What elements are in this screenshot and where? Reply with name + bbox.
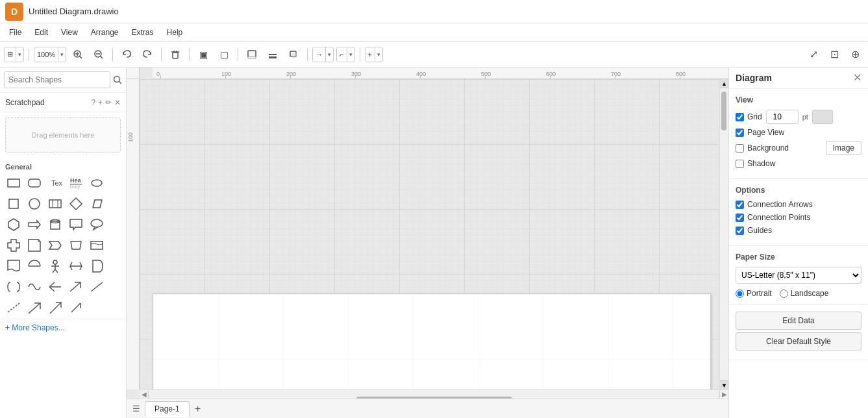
shape-cylinder[interactable]	[45, 215, 65, 234]
line-color-button[interactable]	[264, 45, 282, 64]
zoom-in-button[interactable]	[69, 45, 87, 64]
canvas[interactable]	[140, 79, 719, 389]
page-tab-1[interactable]: Page-1	[145, 401, 190, 417]
scratchpad-edit-icon[interactable]: ✏	[105, 98, 112, 107]
clear-default-style-button[interactable]: Clear Default Style	[736, 332, 862, 350]
shape-person[interactable]	[45, 256, 65, 276]
scratchpad-close-icon[interactable]: ✕	[114, 98, 121, 107]
vertical-scrollbar[interactable]: ▲ ▼	[719, 79, 728, 389]
shape-arrow-both[interactable]	[66, 256, 86, 276]
add-page-button[interactable]: +	[191, 402, 205, 416]
fit-page-button[interactable]: ⊡	[825, 45, 843, 64]
shape-trapezoid[interactable]	[66, 236, 86, 255]
svg-line-54	[91, 282, 103, 291]
tab-menu-button[interactable]: ☰	[129, 402, 143, 416]
menu-edit[interactable]: Edit	[28, 26, 55, 39]
shadow-checkbox[interactable]	[736, 160, 744, 168]
shape-note[interactable]	[25, 236, 44, 255]
menu-file[interactable]: File	[3, 26, 28, 39]
scroll-up-button[interactable]: ▲	[720, 79, 728, 88]
shape-wavy[interactable]	[87, 236, 106, 255]
zoom-out-button[interactable]	[90, 45, 108, 64]
shadow-button[interactable]	[284, 45, 303, 64]
shape-arrow-right[interactable]	[25, 215, 44, 234]
delete-button[interactable]	[166, 45, 184, 64]
landscape-radio[interactable]	[780, 289, 788, 298]
to-back-button[interactable]: ▢	[215, 45, 233, 64]
menu-extras[interactable]: Extras	[125, 26, 160, 39]
portrait-radio[interactable]	[736, 289, 744, 298]
page-canvas[interactable]	[153, 293, 711, 389]
connection-points-checkbox[interactable]	[736, 214, 744, 222]
grid-size-input[interactable]	[766, 110, 799, 124]
page-view-checkbox[interactable]	[736, 129, 744, 137]
panel-close-button[interactable]: ✕	[853, 73, 862, 83]
shape-line[interactable]	[87, 277, 106, 297]
scroll-left-button[interactable]: ◀	[140, 391, 149, 398]
zoom-control[interactable]: 100% ▾	[34, 47, 66, 62]
waypoint-style[interactable]: ⌐ ▾	[336, 47, 354, 62]
menu-view[interactable]: View	[55, 26, 84, 39]
shape-square[interactable]	[4, 194, 23, 214]
paper-size-select[interactable]: US-Letter (8,5" x 11") A4 (210 × 297 mm)…	[736, 267, 862, 284]
shape-dashed-line[interactable]	[4, 298, 23, 317]
shape-rectangle[interactable]	[4, 173, 23, 193]
svg-line-48	[55, 269, 58, 273]
zoom-arrow: ▾	[58, 47, 66, 62]
background-image-button[interactable]: Image	[826, 141, 862, 155]
connection-style[interactable]: → ▾	[312, 47, 334, 62]
grid-checkbox[interactable]	[736, 113, 744, 121]
view-selector[interactable]: ⊞ ▾	[4, 47, 24, 62]
shape-squiggly[interactable]	[25, 277, 44, 297]
search-input[interactable]	[4, 71, 110, 88]
shape-arrow-simple[interactable]	[66, 298, 86, 317]
shape-callout[interactable]	[66, 215, 86, 234]
to-front-button[interactable]: ▣	[194, 45, 212, 64]
shape-parallelogram[interactable]	[87, 194, 106, 214]
shape-cross[interactable]	[4, 236, 23, 255]
shape-hexagon[interactable]	[4, 215, 23, 234]
shape-speech-bubble[interactable]	[87, 215, 106, 234]
horizontal-scrollbar[interactable]: ◀ ▶	[140, 389, 728, 399]
insert-menu[interactable]: + ▾	[365, 47, 383, 62]
menu-arrange[interactable]: Arrange	[84, 26, 125, 39]
shape-rounded-rect[interactable]	[25, 173, 44, 193]
shape-arrow-up[interactable]	[45, 298, 65, 317]
shape-ellipse[interactable]	[87, 173, 106, 193]
shape-process[interactable]	[45, 194, 65, 214]
search-button[interactable]	[113, 72, 122, 88]
shape-circle[interactable]	[25, 194, 44, 214]
menu-help[interactable]: Help	[160, 26, 190, 39]
shape-arrow-up-right[interactable]	[66, 277, 86, 297]
connection-arrows-checkbox[interactable]	[736, 201, 744, 209]
fill-color-button[interactable]	[243, 45, 261, 64]
shape-heading[interactable]: Heabody	[66, 173, 86, 193]
shape-d-shape[interactable]	[87, 256, 106, 276]
shape-chevron[interactable]	[45, 236, 65, 255]
scratchpad-add-icon[interactable]: +	[98, 98, 103, 107]
fullscreen-button[interactable]: ⤢	[804, 45, 823, 64]
edit-data-button[interactable]: Edit Data	[736, 312, 862, 330]
background-checkbox[interactable]	[736, 144, 744, 153]
grid-color-swatch[interactable]	[812, 110, 833, 124]
scroll-down-button[interactable]: ▼	[720, 380, 728, 389]
redo-button[interactable]	[138, 45, 156, 64]
scroll-thumb[interactable]	[721, 92, 726, 130]
hscroll-thumb[interactable]	[356, 397, 512, 399]
guides-checkbox[interactable]	[736, 227, 744, 235]
shape-bracket[interactable]	[4, 277, 23, 297]
scroll-right-button[interactable]: ▶	[719, 391, 728, 398]
scratchpad-help-icon[interactable]: ?	[91, 98, 95, 107]
shape-document[interactable]	[4, 256, 23, 276]
shape-arrow-diag[interactable]	[25, 298, 44, 317]
shape-half-circle[interactable]	[25, 256, 44, 276]
shape-text[interactable]: Text	[45, 173, 65, 193]
shape-arrow-left-right[interactable]	[45, 277, 65, 297]
undo-button[interactable]	[118, 45, 136, 64]
portrait-option[interactable]: Portrait	[736, 289, 772, 298]
more-shapes-link[interactable]: + More Shapes...	[5, 323, 65, 332]
page-view-label: Page View	[736, 128, 862, 137]
shape-diamond[interactable]	[66, 194, 86, 214]
landscape-option[interactable]: Landscape	[780, 289, 829, 298]
globe-button[interactable]: ⊕	[846, 45, 864, 64]
